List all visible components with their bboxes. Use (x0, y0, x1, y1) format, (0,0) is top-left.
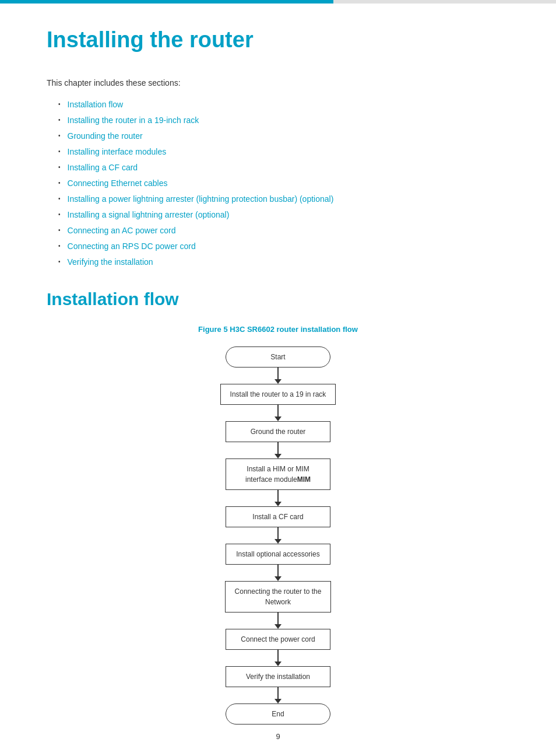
arrow-line (277, 687, 279, 699)
flow-arrow (275, 687, 281, 704)
toc-list-item[interactable]: •Installing a power lightning arrester (… (58, 193, 509, 205)
toc-list-item[interactable]: •Installing a signal lightning arrester … (58, 209, 509, 221)
toc-list-item[interactable]: •Installing a CF card (58, 162, 509, 174)
toc-list: •Installation flow•Installing the router… (58, 99, 509, 268)
bullet-dot-icon: • (58, 131, 61, 140)
flow-arrow (275, 405, 281, 421)
toc-link[interactable]: Connecting an AC power cord (68, 225, 176, 237)
arrow-head-icon (275, 379, 281, 384)
flow-step: Install optional accessories (226, 544, 330, 565)
page-title: Installing the router (47, 27, 509, 54)
arrow-line (277, 490, 279, 502)
toc-link[interactable]: Installing interface modules (68, 146, 167, 158)
arrow-line (277, 405, 279, 416)
toc-link[interactable]: Verifying the installation (68, 256, 153, 268)
arrow-head-icon (275, 624, 281, 629)
arrow-line (277, 650, 279, 662)
toc-link[interactable]: Grounding the router (68, 130, 143, 142)
arrow-line (277, 527, 279, 539)
bullet-dot-icon: • (58, 242, 61, 250)
arrow-line (277, 442, 279, 454)
toc-link[interactable]: Installing a signal lightning arrester (… (68, 209, 230, 221)
toc-link[interactable]: Installation flow (68, 99, 124, 111)
toc-list-item[interactable]: •Connecting an AC power cord (58, 225, 509, 237)
chapter-intro: This chapter includes these sections: (47, 77, 509, 89)
arrow-line (277, 565, 279, 576)
toc-link[interactable]: Connecting an RPS DC power cord (68, 240, 196, 253)
bullet-dot-icon: • (58, 210, 61, 219)
section-title-installation-flow: Installation flow (47, 286, 509, 312)
figure-caption: Figure 5 H3C SR6602 router installation … (47, 324, 509, 335)
flow-step: Verify the installation (226, 666, 330, 687)
flow-arrow (275, 650, 281, 666)
bullet-dot-icon: • (58, 100, 61, 108)
toc-list-item[interactable]: •Installing interface modules (58, 146, 509, 158)
flow-step: Install a HIM or MIMinterface moduleMIM (226, 459, 330, 490)
toc-list-item[interactable]: •Connecting an RPS DC power cord (58, 240, 509, 253)
installation-flowchart: StartInstall the router to a 19 in rackG… (47, 346, 509, 724)
bullet-dot-icon: • (58, 178, 61, 187)
toc-list-item[interactable]: •Grounding the router (58, 130, 509, 142)
flow-arrow (275, 565, 281, 581)
arrow-line (277, 368, 279, 379)
bullet-dot-icon: • (58, 147, 61, 156)
toc-list-item[interactable]: •Installing the router in a 19-inch rack (58, 114, 509, 127)
flow-arrow (275, 368, 281, 384)
page-number: 9 (276, 731, 280, 743)
toc-link[interactable]: Installing the router in a 19-inch rack (68, 114, 199, 127)
toc-link[interactable]: Installing a power lightning arrester (l… (68, 193, 334, 205)
arrow-head-icon (275, 502, 281, 506)
arrow-head-icon (275, 576, 281, 581)
flow-arrow (275, 490, 281, 506)
flow-arrow (275, 442, 281, 459)
flow-step: End (226, 704, 330, 724)
page: Installing the router This chapter inclu… (0, 0, 556, 756)
toc-link[interactable]: Connecting Ethernet cables (68, 177, 168, 190)
content-area: Installing the router This chapter inclu… (0, 4, 556, 756)
arrow-head-icon (275, 662, 281, 666)
flow-arrow (275, 612, 281, 629)
bullet-dot-icon: • (58, 257, 61, 266)
bullet-dot-icon: • (58, 226, 61, 235)
flow-step: Ground the router (226, 421, 330, 442)
toc-list-item[interactable]: •Installation flow (58, 99, 509, 111)
bullet-dot-icon: • (58, 194, 61, 203)
toc-list-item[interactable]: •Connecting Ethernet cables (58, 177, 509, 190)
arrow-head-icon (275, 454, 281, 459)
flow-step: Start (226, 346, 330, 368)
flow-step: Connect the power cord (226, 629, 330, 650)
toc-link[interactable]: Installing a CF card (68, 162, 138, 174)
arrow-head-icon (275, 416, 281, 421)
flow-step: Connecting the router to theNetwork (225, 581, 332, 612)
toc-list-item[interactable]: •Verifying the installation (58, 256, 509, 268)
flow-step: Install a CF card (226, 506, 330, 527)
bullet-dot-icon: • (58, 163, 61, 172)
flow-step: Install the router to a 19 in rack (220, 384, 336, 405)
bullet-dot-icon: • (58, 116, 61, 124)
arrow-head-icon (275, 699, 281, 704)
arrow-head-icon (275, 539, 281, 544)
arrow-line (277, 612, 279, 624)
flow-arrow (275, 527, 281, 544)
